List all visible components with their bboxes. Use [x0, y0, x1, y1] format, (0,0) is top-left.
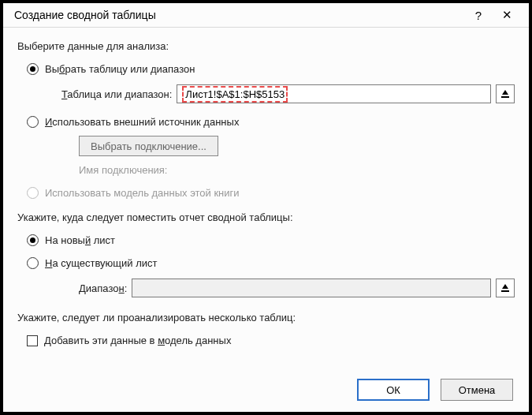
radio-use-model: Использовать модель данных этой книги — [27, 187, 515, 199]
location-label: Диапазон: — [79, 282, 127, 294]
radio-new-sheet[interactable]: На новый лист — [27, 234, 515, 246]
radio-select-range[interactable]: Выбрать таблицу или диапазон — [27, 63, 515, 75]
range-field-row: Таблица или диапазон: Лист1!$A$1:$H$5153 — [61, 84, 515, 103]
connection-name-label: Имя подключения: — [79, 164, 515, 176]
radio-external-source[interactable]: Использовать внешний источник данных — [27, 116, 515, 128]
section-place-heading: Укажите, куда следует поместить отчет св… — [17, 211, 515, 223]
radio-icon — [27, 257, 39, 269]
radio-icon — [27, 187, 39, 199]
radio-icon — [27, 116, 39, 128]
close-button[interactable]: ✕ — [493, 8, 521, 22]
range-value-highlight: Лист1!$A$1:$H$5153 — [182, 86, 288, 103]
radio-existing-sheet[interactable]: На существующий лист — [27, 257, 515, 269]
collapse-icon — [500, 89, 510, 99]
cancel-button[interactable]: Отмена — [441, 379, 513, 401]
ok-button[interactable]: ОК — [357, 379, 430, 401]
checkbox-add-to-model[interactable]: Добавить эти данные в модель данных — [27, 335, 515, 346]
dialog-footer: ОК Отмена — [3, 369, 529, 412]
section-multi-heading: Укажите, следует ли проанализировать нес… — [17, 312, 515, 323]
checkbox-label: Добавить эти данные в модель данных — [44, 335, 231, 346]
checkbox-icon — [27, 335, 38, 346]
radio-label: Выбрать таблицу или диапазон — [45, 63, 195, 75]
radio-icon — [27, 234, 39, 246]
collapse-icon — [500, 283, 510, 293]
section-analyze-heading: Выберите данные для анализа: — [17, 40, 515, 52]
location-input[interactable] — [132, 279, 491, 297]
choose-connection-row: Выбрать подключение... — [79, 136, 515, 156]
range-label: Таблица или диапазон: — [61, 88, 172, 100]
svg-rect-0 — [501, 96, 509, 98]
titlebar: Создание сводной таблицы ? ✕ — [3, 3, 529, 27]
location-picker-button[interactable] — [496, 279, 515, 297]
dialog-window: Создание сводной таблицы ? ✕ Выберите да… — [0, 0, 532, 415]
svg-rect-1 — [501, 290, 509, 292]
location-field-row: Диапазон: — [79, 279, 515, 297]
dialog-title: Создание сводной таблицы — [14, 9, 464, 21]
radio-label: Использовать внешний источник данных — [45, 116, 239, 128]
choose-connection-button[interactable]: Выбрать подключение... — [79, 136, 218, 156]
range-picker-button[interactable] — [496, 84, 515, 103]
radio-label: Использовать модель данных этой книги — [45, 187, 240, 199]
radio-icon — [27, 63, 39, 75]
dialog-body: Выберите данные для анализа: Выбрать таб… — [3, 28, 529, 369]
help-button[interactable]: ? — [464, 9, 493, 22]
radio-label: На новый лист — [45, 234, 115, 246]
range-input[interactable]: Лист1!$A$1:$H$5153 — [177, 84, 491, 103]
radio-label: На существующий лист — [45, 257, 157, 269]
